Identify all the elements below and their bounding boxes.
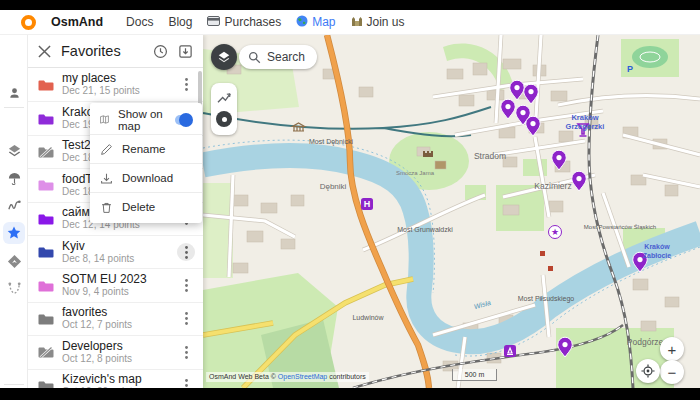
svg-text:★: ★	[551, 227, 559, 237]
osm-link[interactable]: OpenStreetMap	[278, 373, 327, 380]
map-tools-card	[211, 83, 237, 135]
favorites-star-icon[interactable]	[0, 221, 28, 245]
card-icon	[207, 15, 220, 29]
menu-item-download[interactable]: Download	[90, 163, 202, 192]
folder-subtitle: Nov 9, 4 points	[62, 286, 169, 298]
nav-purchases[interactable]: Purchases	[207, 15, 281, 29]
close-icon[interactable]	[38, 45, 51, 58]
favorite-folder-row[interactable]: my placesDec 21, 15 points	[28, 68, 203, 101]
map-icon	[100, 113, 109, 126]
folder-icon	[38, 211, 54, 227]
poi-castle-icon	[423, 151, 433, 157]
svg-text:Grzegórzki: Grzegórzki	[566, 122, 605, 131]
import-icon[interactable]	[178, 44, 193, 59]
parking-label: P	[627, 64, 633, 74]
hidden-folder-icon	[38, 144, 54, 160]
poi-dot	[540, 251, 545, 256]
plan-route-icon[interactable]	[0, 276, 28, 300]
pencil-icon	[100, 143, 113, 156]
search-icon	[248, 51, 261, 64]
trash-icon	[100, 201, 113, 214]
measure-route-icon[interactable]	[217, 91, 232, 104]
left-icon-rail: Menu	[0, 35, 28, 388]
map-attribution: OsmAnd Web Beta © OpenStreetMap contribu…	[206, 372, 369, 382]
hospital-marker[interactable]: H	[361, 198, 373, 210]
folder-name: favorites	[62, 306, 169, 319]
map-viewport[interactable]: P ★	[203, 35, 700, 388]
folder-name: Kyiv	[62, 240, 169, 253]
menu-item-show-on-map[interactable]: Show on map	[90, 105, 202, 134]
osmand-logo-icon	[21, 15, 36, 30]
svg-text:Dębniki: Dębniki	[320, 182, 347, 191]
top-navigation: OsmAnd Docs Blog Purchases Map Join us	[0, 10, 700, 35]
folder-icon	[38, 311, 54, 327]
letterbox-bottom	[0, 388, 700, 400]
brand-name: OsmAnd	[51, 15, 103, 29]
menu-item-delete[interactable]: Delete	[90, 192, 202, 221]
poi-dot	[548, 266, 553, 271]
menu-item-rename[interactable]: Rename	[90, 134, 202, 163]
kebab-menu-icon[interactable]	[177, 343, 195, 361]
zoom-in-button[interactable]: +	[660, 337, 684, 361]
layers-icon	[217, 50, 231, 64]
folder-icon	[38, 111, 54, 127]
favorite-folder-row[interactable]: DevelopersOct 12, 8 points	[28, 335, 203, 368]
svg-text:Ludwinów: Ludwinów	[352, 314, 384, 321]
panel-title: Favorites	[61, 43, 143, 59]
folder-name: SOTM EU 2023	[62, 273, 169, 286]
nav-join-us[interactable]: Join us	[351, 15, 405, 29]
svg-text:Kraków: Kraków	[571, 113, 598, 122]
folder-icon	[38, 278, 54, 294]
folder-name: my places	[62, 72, 169, 85]
configure-map-icon[interactable]	[0, 138, 28, 162]
rail-divider	[4, 384, 24, 385]
rail-divider	[4, 107, 24, 108]
my-location-button[interactable]	[636, 359, 660, 383]
letterbox-top	[0, 0, 700, 10]
folder-subtitle: Dec 8, 14 points	[62, 253, 169, 265]
account-icon[interactable]	[0, 81, 28, 105]
kebab-menu-icon[interactable]	[177, 243, 195, 261]
folder-icon	[38, 177, 54, 193]
show-on-map-toggle[interactable]	[175, 115, 192, 125]
favorite-folder-row[interactable]: KyivDec 8, 14 points	[28, 235, 203, 268]
star-marker[interactable]: ★	[549, 226, 562, 239]
scale-bar: 500 m	[452, 369, 497, 381]
community-icon	[351, 15, 363, 29]
folder-context-menu: Show on map Rename Download Delete	[90, 103, 202, 223]
svg-text:Smocza Jama: Smocza Jama	[396, 170, 435, 176]
svg-text:Most Powstańców Śląskich: Most Powstańców Śląskich	[584, 223, 656, 230]
svg-text:Kazimierz: Kazimierz	[534, 181, 571, 191]
map-style-button[interactable]	[211, 44, 237, 70]
nav-map[interactable]: Map	[296, 15, 335, 30]
download-icon	[100, 172, 113, 185]
svg-text:H: H	[364, 199, 371, 209]
history-clock-icon[interactable]	[153, 44, 168, 59]
tracks-icon[interactable]	[0, 193, 28, 217]
osmand-web-app: OsmAnd Docs Blog Purchases Map Join us	[0, 0, 700, 400]
zoom-out-button[interactable]: −	[660, 360, 684, 384]
search-button[interactable]: Search	[239, 45, 317, 69]
navigation-icon[interactable]	[0, 249, 28, 273]
svg-text:Most Piłsudskiego: Most Piłsudskiego	[518, 295, 575, 303]
search-label: Search	[267, 50, 305, 64]
favorite-folder-row[interactable]: favoritesOct 12, 7 points	[28, 302, 203, 335]
favorites-header: Favorites	[28, 35, 203, 68]
weather-icon[interactable]	[0, 166, 28, 190]
folder-name: Developers	[62, 340, 169, 353]
folder-subtitle: Oct 12, 8 points	[62, 353, 169, 365]
kebab-menu-icon[interactable]	[177, 277, 195, 295]
nav-docs[interactable]: Docs	[126, 15, 153, 29]
hidden-folder-icon	[38, 344, 54, 360]
kebab-menu-icon[interactable]	[177, 310, 195, 328]
folder-name: Kizevich's map	[62, 373, 169, 386]
track-recording-button[interactable]	[216, 111, 232, 127]
target-icon	[641, 364, 655, 378]
folder-subtitle: Dec 21, 15 points	[62, 85, 169, 97]
svg-text:Podgórze: Podgórze	[627, 337, 664, 347]
favorite-folder-row[interactable]: SOTM EU 2023Nov 9, 4 points	[28, 268, 203, 301]
svg-text:Kraków: Kraków	[644, 243, 670, 250]
monument-marker[interactable]	[504, 345, 516, 357]
kebab-menu-icon[interactable]	[177, 76, 195, 94]
nav-blog[interactable]: Blog	[168, 15, 192, 29]
